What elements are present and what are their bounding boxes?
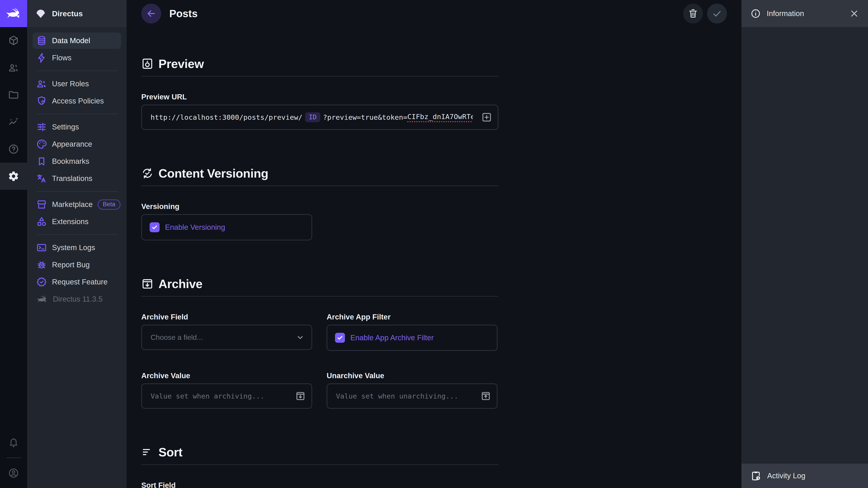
- module-settings[interactable]: [0, 163, 27, 190]
- docs-help-icon: [8, 143, 19, 155]
- sidebar-version: Directus 11.3.5: [33, 291, 121, 307]
- account-button[interactable]: [0, 459, 27, 487]
- sidebar-item-settings[interactable]: Settings: [33, 119, 121, 135]
- sidebar-item-data-model[interactable]: Data Model: [33, 33, 121, 49]
- section-content-versioning: Content Versioning: [141, 166, 498, 181]
- sort-icon: [141, 446, 153, 458]
- select-placeholder: Choose a field...: [151, 333, 203, 341]
- sidebar-item-label: System Logs: [52, 243, 95, 252]
- sidebar-item-report-bug[interactable]: Report Bug: [33, 257, 121, 273]
- activity-log-icon: [750, 470, 761, 481]
- section-title: Sort: [158, 445, 182, 459]
- module-content[interactable]: [0, 27, 27, 54]
- shield-person-icon: [36, 96, 47, 106]
- archive-value-label: Archive Value: [141, 371, 312, 380]
- sidebar-item-extensions[interactable]: Extensions: [33, 214, 121, 230]
- back-button[interactable]: [141, 4, 161, 24]
- archive-icon: [141, 278, 153, 290]
- preview-url-input[interactable]: http://localhost:3000/posts/preview/ ID …: [141, 105, 498, 130]
- sidebar-item-label: Extensions: [52, 217, 88, 226]
- notifications-button[interactable]: [0, 429, 27, 456]
- directus-rabbit-icon: [5, 8, 22, 18]
- chevron-down-icon: [295, 332, 305, 342]
- sidebar: Directus Data Model Flows: [27, 0, 127, 488]
- sidebar-item-label: Report Bug: [52, 260, 90, 269]
- sidebar-item-marketplace[interactable]: Marketplace Beta: [33, 196, 121, 213]
- users-icon: [8, 62, 19, 73]
- module-docs[interactable]: [0, 135, 27, 163]
- category-icon: [36, 216, 47, 227]
- archive-field-label: Archive Field: [141, 313, 312, 322]
- files-folder-icon: [8, 89, 19, 101]
- section-sort: Sort: [141, 445, 498, 459]
- sidebar-item-access-policies[interactable]: Access Policies: [33, 93, 121, 109]
- module-files[interactable]: [0, 81, 27, 108]
- palette-icon: [36, 139, 47, 150]
- checkbox-checked-icon: [150, 222, 160, 232]
- sidebar-item-label: Data Model: [52, 36, 90, 45]
- sidebar-item-request-feature[interactable]: Request Feature: [33, 274, 121, 290]
- bug-icon: [36, 259, 47, 270]
- url-suffix: ?preview=true&token=: [323, 113, 407, 121]
- sidebar-item-appearance[interactable]: Appearance: [33, 136, 121, 152]
- url-prefix: http://localhost:3000/posts/preview/: [151, 113, 303, 121]
- content-cube-icon: [8, 35, 19, 46]
- project-name: Directus: [52, 9, 83, 18]
- archive-field-select[interactable]: Choose a field...: [141, 325, 312, 350]
- people-icon: [36, 78, 47, 89]
- add-box-icon[interactable]: [481, 111, 492, 123]
- project-header[interactable]: Directus: [27, 0, 127, 27]
- check-icon: [712, 8, 722, 19]
- section-title: Preview: [158, 57, 204, 71]
- sidebar-divider: [36, 234, 118, 235]
- sidebar-item-bookmarks[interactable]: Bookmarks: [33, 153, 121, 169]
- info-panel-header[interactable]: Information: [741, 0, 868, 27]
- section-divider: [141, 464, 498, 465]
- sidebar-item-label: User Roles: [52, 79, 89, 88]
- version-label: Directus 11.3.5: [53, 295, 103, 303]
- section-title: Content Versioning: [158, 166, 268, 180]
- sidebar-item-label: Request Feature: [52, 278, 107, 286]
- preview-url-label: Preview URL: [141, 92, 498, 101]
- page-title: Posts: [169, 7, 197, 20]
- beta-badge: Beta: [98, 199, 121, 210]
- settings-gear-icon: [8, 170, 19, 182]
- sidebar-divider: [36, 70, 118, 71]
- published-with-changes-icon: [141, 167, 153, 180]
- sidebar-item-system-logs[interactable]: System Logs: [33, 239, 121, 256]
- section-divider: [141, 186, 498, 186]
- directus-logo[interactable]: [0, 0, 27, 27]
- unarchive-value-input[interactable]: Value set when unarchiving...: [327, 383, 498, 409]
- section-divider: [141, 76, 498, 76]
- input-placeholder: Value set when unarchiving...: [336, 392, 458, 400]
- close-button[interactable]: [849, 9, 859, 18]
- module-bar: [0, 0, 27, 488]
- sidebar-item-flows[interactable]: Flows: [33, 50, 121, 66]
- sidebar-item-user-roles[interactable]: User Roles: [33, 76, 121, 92]
- module-bar-divider: [6, 457, 21, 458]
- account-circle-icon: [8, 467, 19, 479]
- delete-button[interactable]: [683, 4, 703, 24]
- archive-value-input[interactable]: Value set when archiving...: [141, 383, 312, 409]
- info-icon: [750, 8, 761, 19]
- versioning-label: Versioning: [141, 202, 498, 211]
- archive-app-filter-label: Archive App Filter: [327, 313, 498, 322]
- sidebar-item-label: Translations: [52, 174, 92, 183]
- section-archive: Archive: [141, 276, 498, 291]
- sidebar-item-translations[interactable]: Translations: [33, 170, 121, 187]
- sidebar-item-label: Bookmarks: [52, 157, 89, 166]
- section-preview: Preview: [141, 57, 498, 71]
- activity-log-button[interactable]: Activity Log: [741, 464, 868, 488]
- arrow-left-icon: [146, 8, 157, 19]
- id-variable-chip[interactable]: ID: [305, 112, 320, 122]
- module-insights[interactable]: [0, 108, 27, 135]
- tune-icon: [36, 122, 47, 132]
- enable-app-archive-filter-toggle[interactable]: Enable App Archive Filter: [327, 325, 498, 351]
- bookmark-icon: [36, 156, 47, 167]
- database-icon: [36, 35, 47, 46]
- save-button[interactable]: [707, 4, 727, 24]
- checkbox-checked-icon: [335, 333, 345, 343]
- module-users[interactable]: [0, 54, 27, 81]
- url-token: CIFbz_dnIA7OwRTewJFC79aQoDI: [407, 112, 473, 122]
- enable-versioning-toggle[interactable]: Enable Versioning: [141, 214, 312, 240]
